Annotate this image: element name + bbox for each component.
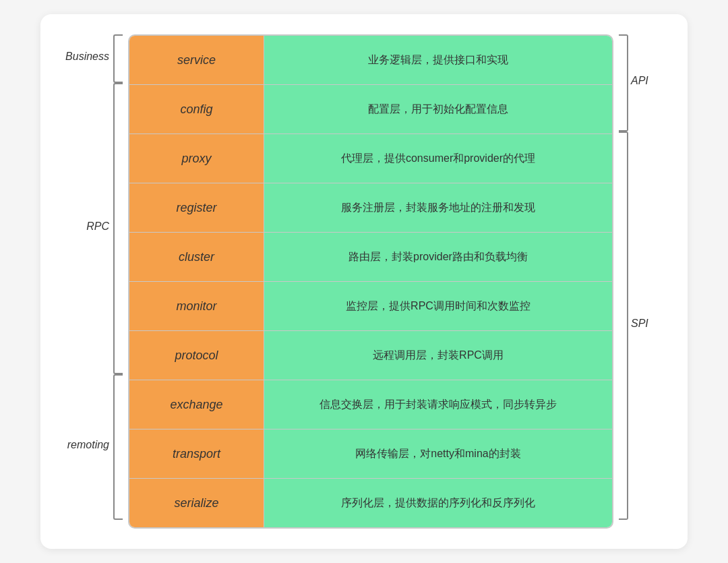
cell-name-cluster: cluster (129, 233, 264, 281)
right-label-api: API (631, 75, 648, 87)
cell-desc-monitor: 监控层，提供RPC调用时间和次数监控 (264, 282, 612, 330)
cell-desc-exchange: 信息交换层，用于封装请求响应模式，同步转异步 (264, 380, 612, 429)
left-brackets: BusinessRPCremoting (74, 34, 128, 529)
cell-desc-cluster: 路由层，封装provider路由和负载均衡 (264, 233, 612, 281)
table-row: monitor监控层，提供RPC调用时间和次数监控 (129, 282, 612, 331)
table-row: protocol远程调用层，封装RPC调用 (129, 331, 612, 380)
right-label-spi: SPI (631, 318, 648, 330)
right-brackets: APISPI (613, 34, 654, 529)
left-bracket-rpc (113, 83, 123, 374)
table-row: service业务逻辑层，提供接口和实现 (129, 36, 612, 85)
left-bracket-remoting (113, 374, 123, 520)
cell-desc-register: 服务注册层，封装服务地址的注册和发现 (264, 183, 612, 232)
cell-desc-service: 业务逻辑层，提供接口和实现 (264, 36, 612, 84)
table-row: config配置层，用于初始化配置信息 (129, 85, 612, 134)
table-row: serialize序列化层，提供数据的序列化和反序列化 (129, 479, 612, 527)
outer-row: BusinessRPCremoting service业务逻辑层，提供接口和实现… (74, 34, 654, 529)
table-row: transport网络传输层，对netty和mina的封装 (129, 429, 612, 479)
left-bracket-business (113, 34, 123, 83)
right-bracket-spi (619, 131, 628, 520)
cell-desc-protocol: 远程调用层，封装RPC调用 (264, 331, 612, 380)
cell-name-proxy: proxy (129, 134, 264, 183)
cell-name-protocol: protocol (129, 331, 264, 380)
table-row: exchange信息交换层，用于封装请求响应模式，同步转异步 (129, 380, 612, 429)
diagram-wrapper: BusinessRPCremoting service业务逻辑层，提供接口和实现… (40, 14, 688, 549)
left-label-business: Business (65, 51, 109, 63)
cell-name-monitor: monitor (129, 282, 264, 330)
cell-desc-proxy: 代理层，提供consumer和provider的代理 (264, 134, 612, 183)
main-table: service业务逻辑层，提供接口和实现config配置层，用于初始化配置信息p… (128, 34, 613, 529)
left-label-rpc: RPC (86, 220, 109, 233)
cell-desc-transport: 网络传输层，对netty和mina的封装 (264, 429, 612, 478)
cell-desc-config: 配置层，用于初始化配置信息 (264, 85, 612, 134)
table-row: proxy代理层，提供consumer和provider的代理 (129, 134, 612, 183)
right-bracket-api (619, 34, 628, 131)
cell-name-config: config (129, 85, 264, 134)
table-row: register服务注册层，封装服务地址的注册和发现 (129, 183, 612, 233)
cell-name-exchange: exchange (129, 380, 264, 429)
left-label-remoting: remoting (67, 439, 109, 451)
cell-name-register: register (129, 183, 264, 232)
cell-desc-serialize: 序列化层，提供数据的序列化和反序列化 (264, 479, 612, 527)
cell-name-service: service (129, 36, 264, 84)
cell-name-serialize: serialize (129, 479, 264, 527)
cell-name-transport: transport (129, 429, 264, 478)
table-row: cluster路由层，封装provider路由和负载均衡 (129, 233, 612, 282)
